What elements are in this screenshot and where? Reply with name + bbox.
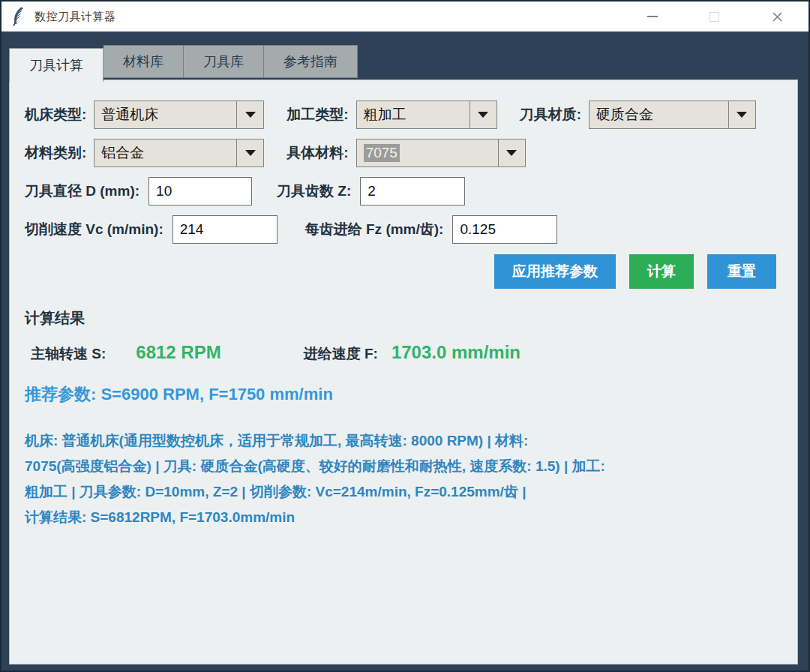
tool-material-value: 硬质合金 [590, 101, 728, 128]
feed-per-tooth-label: 每齿进给 Fz (mm/齿): [305, 220, 444, 239]
form-row-1: 机床类型: 普通机床 加工类型: 粗加工 刀具材质: 硬质合金 [25, 100, 797, 129]
close-button[interactable] [746, 2, 808, 32]
tool-diameter-label: 刀具直径 D (mm): [25, 182, 140, 201]
form-row-2: 材料类别: 铝合金 具体材料: 7075 [25, 138, 797, 167]
tool-teeth-label: 刀具齿数 Z: [277, 182, 351, 201]
feather-app-icon [10, 7, 27, 26]
tab-reference-guide[interactable]: 参考指南 [264, 45, 358, 78]
results-heading: 计算结果 [25, 308, 797, 328]
maximize-button[interactable] [683, 2, 746, 32]
minimize-icon [647, 16, 658, 17]
tool-calculation-panel: 机床类型: 普通机床 加工类型: 粗加工 刀具材质: 硬质合金 材料类别: 铝合… [9, 80, 798, 664]
process-type-label: 加工类型: [286, 105, 348, 124]
process-type-select[interactable]: 粗加工 [356, 100, 497, 129]
tab-material-library[interactable]: 材料库 [104, 45, 184, 78]
action-button-row: 应用推荐参数 计算 重置 [25, 254, 776, 289]
reset-button[interactable]: 重置 [707, 254, 776, 289]
machine-type-value: 普通机床 [94, 101, 236, 128]
specific-material-select[interactable]: 7075 [356, 139, 526, 167]
machine-type-select[interactable]: 普通机床 [94, 100, 264, 129]
minimize-button[interactable] [621, 2, 683, 32]
detail-line: 机床: 普通机床(通用型数控机床，适用于常规加工, 最高转速: 8000 RPM… [25, 428, 797, 454]
title-bar: 数控刀具计算器 [2, 2, 808, 32]
tab-tool-calculation[interactable]: 刀具计算 [9, 48, 104, 82]
chevron-down-icon[interactable] [470, 101, 496, 128]
chevron-down-icon[interactable] [728, 101, 755, 128]
spindle-speed-value: 6812 RPM [136, 342, 220, 363]
tab-bar: 刀具计算 材料库 刀具库 参考指南 [9, 45, 358, 80]
tab-tool-library[interactable]: 刀具库 [184, 45, 264, 78]
chevron-down-icon[interactable] [498, 140, 525, 166]
material-category-select[interactable]: 铝合金 [94, 139, 264, 167]
material-category-value: 铝合金 [94, 140, 236, 166]
detail-line: 粗加工 | 刀具参数: D=10mm, Z=2 | 切削参数: Vc=214m/… [25, 479, 797, 505]
tool-material-select[interactable]: 硬质合金 [589, 100, 756, 129]
cutting-speed-input[interactable] [172, 215, 278, 244]
cutting-speed-label: 切削速度 Vc (m/min): [25, 220, 164, 239]
tool-diameter-input[interactable] [148, 177, 252, 206]
specific-material-label: 具体材料: [286, 143, 348, 163]
material-category-label: 材料类别: [25, 143, 86, 163]
feed-per-tooth-input[interactable] [452, 215, 557, 244]
detail-line: 计算结果: S=6812RPM, F=1703.0mm/min [25, 505, 797, 530]
detail-line: 7075(高强度铝合金) | 刀具: 硬质合金(高硬度、较好的耐磨性和耐热性, … [25, 454, 797, 479]
window-controls [621, 2, 808, 32]
close-icon [772, 11, 783, 22]
form-row-3: 刀具直径 D (mm): 刀具齿数 Z: [25, 176, 797, 206]
form-row-4: 切削速度 Vc (m/min): 每齿进给 Fz (mm/齿): [25, 214, 797, 244]
spindle-speed-label: 主轴转速 S: [31, 344, 106, 364]
app-window: 数控刀具计算器 刀具计算 材料库 刀具库 参考指南 机床类型: 普 [0, 0, 810, 672]
feed-rate-value: 1703.0 mm/min [392, 342, 520, 363]
result-row: 主轴转速 S: 6812 RPM 进给速度 F: 1703.0 mm/min [25, 342, 797, 364]
calculate-button[interactable]: 计算 [629, 254, 694, 289]
machine-type-label: 机床类型: [25, 105, 86, 124]
feed-rate-label: 进给速度 F: [304, 344, 378, 364]
process-type-value: 粗加工 [357, 101, 470, 128]
window-title: 数控刀具计算器 [34, 10, 116, 24]
specific-material-value: 7075 [357, 140, 498, 166]
tool-teeth-input[interactable] [360, 177, 465, 206]
chevron-down-icon[interactable] [236, 101, 263, 128]
calculation-detail-text: 机床: 普通机床(通用型数控机床，适用于常规加工, 最高转速: 8000 RPM… [25, 428, 797, 530]
tool-material-label: 刀具材质: [520, 105, 581, 124]
recommended-parameters-text: 推荐参数: S=6900 RPM, F=1750 mm/min [25, 383, 797, 406]
apply-recommended-button[interactable]: 应用推荐参数 [494, 254, 616, 289]
chevron-down-icon[interactable] [236, 140, 263, 166]
maximize-icon [710, 12, 719, 22]
